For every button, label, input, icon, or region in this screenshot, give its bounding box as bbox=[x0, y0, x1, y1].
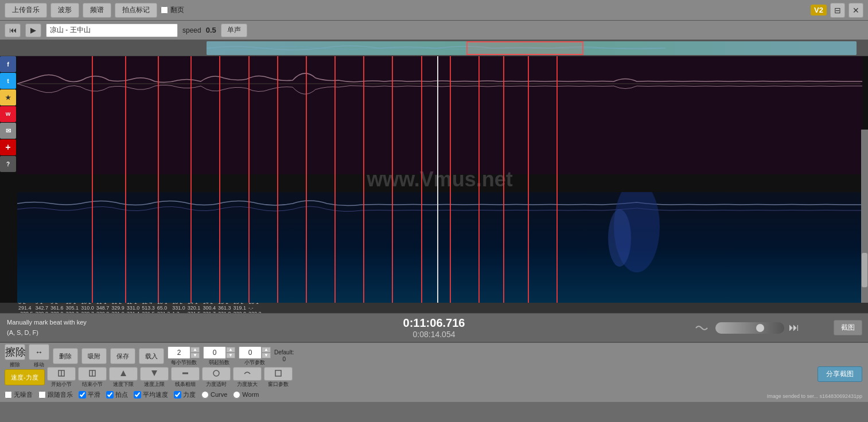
share-button[interactable]: 分享截图 bbox=[818, 366, 862, 382]
twitter-button[interactable]: t bbox=[0, 73, 16, 89]
avg-speed-checkbox[interactable] bbox=[134, 391, 141, 398]
move-button[interactable]: ↔ bbox=[29, 344, 49, 360]
end-bar-label: 结束小节 bbox=[82, 381, 103, 388]
speed-lower-label: 速度下限 bbox=[113, 381, 134, 388]
line-width-button[interactable] bbox=[171, 367, 200, 381]
scrollbar-thumb[interactable] bbox=[862, 253, 867, 287]
bar-offset-wrapper: ▲ ▼ 弱起拍数 bbox=[203, 346, 235, 366]
start-bar-icon bbox=[57, 369, 65, 377]
no-bg-music-checkbox-label: 跟随音乐 bbox=[38, 390, 73, 399]
play-button[interactable]: ▶ bbox=[25, 24, 41, 37]
no-noise-checkbox[interactable] bbox=[5, 391, 12, 398]
minimize-button[interactable]: ⊟ bbox=[830, 3, 845, 18]
waveform-upper bbox=[17, 56, 862, 174]
force-timing-button[interactable] bbox=[202, 367, 231, 381]
curve-radio[interactable] bbox=[201, 391, 209, 398]
window-param-button[interactable] bbox=[264, 367, 293, 381]
curve-radio-label: Curve bbox=[201, 391, 227, 398]
stereo-button[interactable]: 单声 bbox=[221, 24, 247, 37]
delete-button[interactable]: 删除 bbox=[53, 348, 78, 364]
top-toolbar: 上传音乐 波形 频谱 拍点标记 翻页 V2 ⊟ ✕ bbox=[0, 0, 868, 21]
beat-mark-button[interactable]: 拍点标记 bbox=[115, 3, 157, 18]
time-labels-row: 8-2291.4-329.5 9-1342.7329.8 9-2361.6329… bbox=[0, 303, 868, 313]
bottom-row3: 无噪音 跟随音乐 平滑 拍点 平均速度 力度 Curve Worm bbox=[5, 388, 863, 401]
force-timing-label: 力度适时 bbox=[206, 381, 227, 388]
erase-label: 擦除 bbox=[10, 361, 20, 369]
beats-per-bar-input[interactable] bbox=[168, 346, 190, 359]
status-bar: Manually mark beat with key (A, S, D, F)… bbox=[0, 313, 868, 342]
beats-per-bar-down[interactable]: ▼ bbox=[190, 353, 200, 358]
bar-param-up[interactable]: ▲ bbox=[262, 347, 271, 353]
bar-param-arrows[interactable]: ▲ ▼ bbox=[262, 347, 271, 358]
time-label-group: 11-1348.7330.8 bbox=[96, 303, 110, 313]
spectrum-button[interactable]: 频谱 bbox=[83, 3, 111, 18]
beat-checkbox[interactable] bbox=[106, 391, 114, 398]
upload-music-button[interactable]: 上传音乐 bbox=[5, 3, 47, 18]
add-button[interactable]: + bbox=[0, 139, 16, 155]
end-bar-button[interactable] bbox=[78, 367, 107, 381]
speed-force-button[interactable]: 速度-力度 bbox=[5, 369, 45, 385]
bar-offset-up[interactable]: ▲ bbox=[226, 347, 235, 353]
facebook-button[interactable]: f bbox=[0, 56, 16, 72]
bar-param-down[interactable]: ▼ bbox=[262, 353, 271, 358]
force-zoom-label: 力度放大 bbox=[237, 381, 258, 388]
bar-offset-input[interactable] bbox=[203, 346, 226, 359]
no-bg-music-label: 跟随音乐 bbox=[48, 390, 73, 399]
overview-viewport[interactable] bbox=[466, 41, 583, 55]
speed-upper-button[interactable] bbox=[140, 367, 169, 381]
curve-label: Curve bbox=[211, 391, 227, 398]
beats-per-bar-wrapper: ▲ ▼ 每小节拍数 bbox=[168, 346, 200, 366]
vertical-scrollbar[interactable] bbox=[861, 130, 868, 303]
playback-controls-right: ⏭ bbox=[695, 322, 799, 334]
beats-per-bar-arrows[interactable]: ▲ ▼ bbox=[190, 347, 200, 358]
load-button[interactable]: 载入 bbox=[139, 348, 164, 364]
status-hint: Manually mark beat with key (A, S, D, F) bbox=[7, 318, 87, 338]
skip-forward-button[interactable]: ⏭ bbox=[789, 322, 799, 334]
force-checkbox[interactable] bbox=[174, 391, 181, 398]
favorite-button[interactable]: ★ bbox=[0, 89, 16, 106]
time-display: 0:11:06.716 0:08:14.054 bbox=[403, 316, 465, 339]
erase-button[interactable]: 擦除 bbox=[5, 344, 25, 360]
cutview-button[interactable]: 截图 bbox=[834, 320, 862, 335]
absorb-button[interactable]: 吸附 bbox=[81, 348, 107, 364]
rewind-button[interactable]: ⏮ bbox=[5, 24, 21, 37]
bar-param-input[interactable] bbox=[239, 346, 262, 359]
song-title-input[interactable] bbox=[46, 24, 178, 37]
bar-offset-down[interactable]: ▼ bbox=[226, 353, 235, 358]
time-label-group: 16-1-.-332.2 bbox=[248, 303, 262, 313]
bar-offset-arrows[interactable]: ▲ ▼ bbox=[226, 347, 235, 358]
bar-param-spinner[interactable]: ▲ ▼ bbox=[239, 346, 271, 359]
smooth-checkbox[interactable] bbox=[79, 391, 86, 398]
playback-speed-slider[interactable] bbox=[715, 322, 784, 334]
beats-per-bar-up[interactable]: ▲ bbox=[190, 347, 200, 353]
time-main: 0:11:06.716 bbox=[403, 316, 465, 330]
time-label-group: 9-1342.7329.8 bbox=[36, 303, 49, 313]
bottom-row1: 擦除 擦除 ↔ 移动 删除 吸附 保存 载入 ▲ ▼ 每小节拍数 bbox=[5, 345, 863, 367]
version-badge: V2 bbox=[811, 5, 827, 15]
bar-offset-spinner[interactable]: ▲ ▼ bbox=[203, 346, 235, 359]
overview-track[interactable] bbox=[207, 41, 857, 55]
social-sidebar: f t ★ W ✉ + ? bbox=[0, 56, 17, 172]
weibo-button[interactable]: W bbox=[0, 106, 16, 122]
force-zoom-icon bbox=[243, 369, 251, 377]
force-checkbox-label: 力度 bbox=[174, 390, 196, 399]
close-button[interactable]: ✕ bbox=[848, 3, 863, 18]
start-bar-group: 开始小节 bbox=[47, 367, 76, 388]
worm-radio[interactable] bbox=[233, 391, 240, 398]
speed-lower-button[interactable] bbox=[109, 367, 138, 381]
force-zoom-button[interactable] bbox=[233, 367, 262, 381]
mail-button[interactable]: ✉ bbox=[0, 123, 16, 139]
overview-bar[interactable] bbox=[0, 40, 868, 56]
beats-per-bar-spinner[interactable]: ▲ ▼ bbox=[168, 346, 200, 359]
beat-label: 拍点 bbox=[115, 390, 128, 399]
start-bar-button[interactable] bbox=[47, 367, 76, 381]
svg-point-7 bbox=[213, 370, 219, 376]
window-param-group: 窗口参数 bbox=[264, 367, 293, 388]
help-button[interactable]: ? bbox=[0, 156, 16, 172]
save-button[interactable]: 保存 bbox=[110, 348, 135, 364]
no-bg-music-checkbox[interactable] bbox=[38, 391, 46, 398]
waveform-button[interactable]: 波形 bbox=[50, 3, 79, 18]
beat-checkbox-label: 拍点 bbox=[106, 390, 128, 399]
main-waveform-area[interactable]: f t ★ W ✉ + ? bbox=[0, 56, 868, 303]
flip-checkbox[interactable] bbox=[161, 6, 168, 14]
